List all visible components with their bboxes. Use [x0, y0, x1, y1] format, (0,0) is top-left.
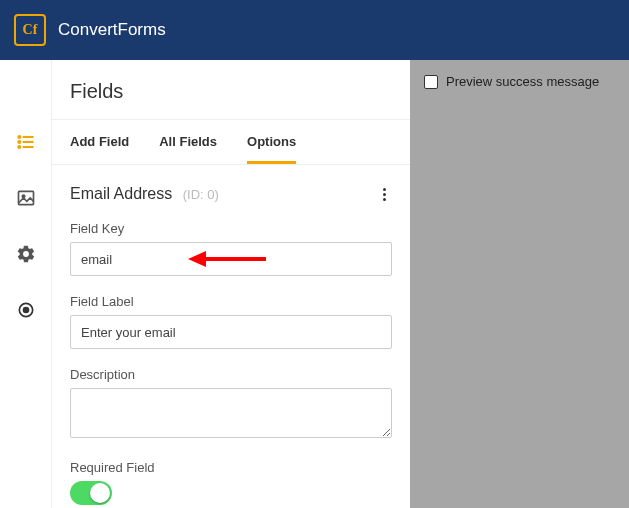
top-bar: Cf ConvertForms — [0, 0, 629, 60]
tab-all-fields[interactable]: All Fields — [159, 120, 217, 164]
field-label-input[interactable] — [70, 315, 392, 349]
side-rail — [0, 60, 52, 508]
fields-list-icon[interactable] — [16, 132, 36, 156]
required-field-label: Required Field — [70, 460, 392, 475]
image-icon[interactable] — [16, 188, 36, 212]
field-id-label: (ID: 0) — [183, 187, 219, 202]
description-label: Description — [70, 367, 392, 382]
kebab-menu-icon[interactable] — [376, 186, 392, 202]
fields-panel: Fields Add Field All Fields Options Emai… — [52, 60, 410, 508]
preview-success-label: Preview success message — [446, 74, 599, 89]
tab-add-field[interactable]: Add Field — [70, 120, 129, 164]
svg-point-5 — [18, 146, 20, 148]
panel-title: Fields — [52, 60, 410, 120]
field-label-label: Field Label — [70, 294, 392, 309]
tab-options[interactable]: Options — [247, 120, 296, 164]
svg-point-9 — [23, 308, 28, 313]
required-field-toggle[interactable] — [70, 481, 112, 505]
svg-point-3 — [18, 136, 20, 138]
logo-icon: Cf — [14, 14, 46, 46]
brand-name: ConvertForms — [58, 20, 166, 40]
field-key-label: Field Key — [70, 221, 392, 236]
gear-icon[interactable] — [16, 244, 36, 268]
preview-success-checkbox[interactable] — [424, 75, 438, 89]
section-heading: Email Address (ID: 0) — [70, 185, 219, 203]
tabs: Add Field All Fields Options — [52, 120, 410, 165]
target-icon[interactable] — [16, 300, 36, 324]
description-textarea[interactable] — [70, 388, 392, 438]
preview-pane: Preview success message — [410, 60, 629, 508]
svg-point-4 — [18, 141, 20, 143]
field-type-title: Email Address — [70, 185, 172, 202]
field-key-input[interactable] — [70, 242, 392, 276]
